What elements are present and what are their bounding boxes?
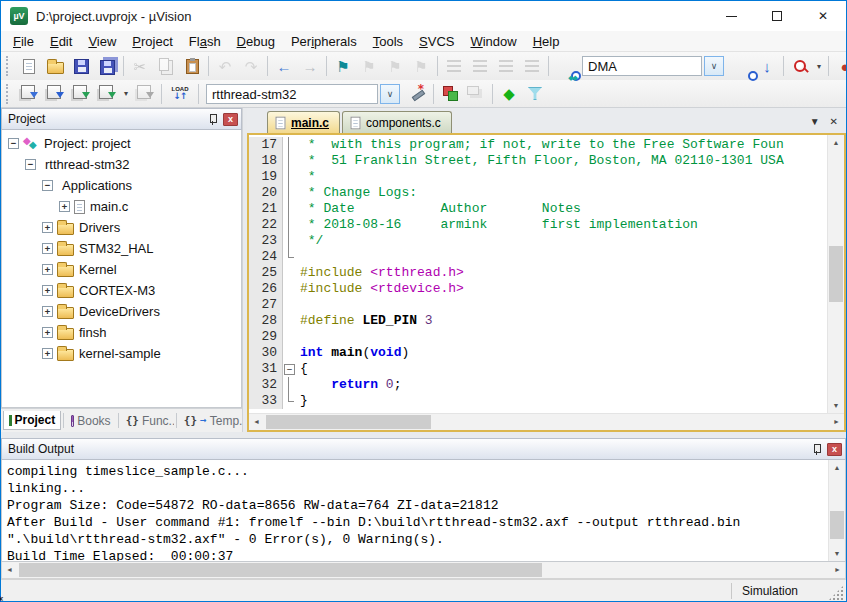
incremental-find-button[interactable]: ↓ — [754, 54, 780, 78]
tree-item-kernel-sample[interactable]: +kernel-sample — [2, 343, 241, 364]
undo-button[interactable]: ↶ — [212, 54, 238, 78]
code-line-33[interactable]: 33} — [249, 393, 827, 409]
scroll-left-arrow[interactable]: ◄ — [249, 414, 264, 430]
document-tab-components-c[interactable]: components.c — [342, 111, 452, 133]
insert-remove-bookmark-button[interactable]: ⚑ — [330, 54, 356, 78]
expand-icon[interactable]: + — [59, 201, 70, 212]
tree-item-project-project[interactable]: −Project: project — [2, 133, 241, 154]
unindent-selection-button[interactable] — [467, 54, 493, 78]
tree-item-stm32-hal[interactable]: +STM32_HAL — [2, 238, 241, 259]
insert-remove-breakpoint-button[interactable]: ● — [832, 54, 847, 78]
tree-item-cortex-m3[interactable]: +CORTEX-M3 — [2, 280, 241, 301]
build-scroll-right-arrow[interactable]: ► — [830, 562, 845, 578]
expand-icon[interactable]: + — [42, 243, 53, 254]
pin-panel-button[interactable] — [206, 113, 219, 126]
indent-selection-button[interactable] — [441, 54, 467, 78]
project-tree[interactable]: −Project: project−rtthread-stm32−Applica… — [1, 130, 242, 408]
close-document-button[interactable]: ✕ — [830, 116, 838, 127]
target-options-button[interactable] — [404, 82, 430, 106]
code-line-20[interactable]: 20 * Change Logs: — [249, 185, 827, 201]
code-line-32[interactable]: 32 return 0; — [249, 377, 827, 393]
build-horizontal-scrollbar[interactable]: ◄ ► — [1, 562, 846, 579]
tree-item-applications[interactable]: −Applications — [2, 175, 241, 196]
redo-button[interactable]: ↷ — [238, 54, 264, 78]
debug-session-dropdown[interactable]: ▾ — [813, 54, 825, 78]
fold-toggle-icon[interactable] — [283, 361, 296, 377]
build-scroll-down-arrow[interactable]: ▼ — [829, 546, 845, 561]
code-line-31[interactable]: 31{ — [249, 361, 827, 377]
editor-hscroll-thumb[interactable] — [266, 415, 431, 429]
target-combo[interactable]: rtthread-stm32∨ — [206, 84, 400, 104]
uncomment-selection-button[interactable] — [519, 54, 545, 78]
stop-build-button[interactable] — [132, 82, 158, 106]
code-area[interactable]: 17 * with this program; if not, write to… — [249, 135, 827, 413]
start-stop-debug-session-button[interactable] — [787, 54, 813, 78]
code-line-25[interactable]: 25#include <rtthread.h> — [249, 265, 827, 281]
minimize-button[interactable] — [708, 1, 754, 31]
open-file-button[interactable] — [42, 54, 68, 78]
build-scroll-left-arrow[interactable]: ◄ — [2, 562, 17, 578]
target-combo-value[interactable]: rtthread-stm32 — [206, 84, 378, 104]
resize-grip[interactable] — [828, 585, 844, 601]
editor-horizontal-scrollbar[interactable]: ◄ ► — [249, 413, 844, 430]
code-line-22[interactable]: 22 * 2018-08-16 armink first implementat… — [249, 217, 827, 233]
close-panel-button[interactable]: x — [223, 113, 238, 126]
tree-item-rtthread-stm32[interactable]: −rtthread-stm32 — [2, 154, 241, 175]
multi-project-workspace-button[interactable] — [463, 82, 489, 106]
build-vscroll-thumb[interactable] — [830, 511, 844, 539]
tree-item-main-c[interactable]: +main.c — [2, 196, 241, 217]
search-combo[interactable]: DMA∨ — [582, 56, 724, 76]
tree-item-devicedrivers[interactable]: +DeviceDrivers — [2, 301, 241, 322]
expand-icon[interactable]: + — [42, 327, 53, 338]
comment-selection-button[interactable] — [493, 54, 519, 78]
close-button[interactable]: ✕ — [800, 1, 846, 31]
code-line-26[interactable]: 26#include <rtdevice.h> — [249, 281, 827, 297]
menu-svcs[interactable]: SVCS — [411, 32, 462, 51]
expand-icon[interactable]: + — [42, 285, 53, 296]
search-in-files-button[interactable] — [728, 54, 754, 78]
build-scroll-up-arrow[interactable]: ▲ — [829, 460, 845, 475]
code-line-28[interactable]: 28#define LED_PIN 3 — [249, 313, 827, 329]
next-bookmark-button[interactable]: ⚑ — [382, 54, 408, 78]
save-all-button[interactable] — [94, 54, 120, 78]
code-line-21[interactable]: 21 * Date Author Notes — [249, 201, 827, 217]
navigate-back-button[interactable]: ← — [271, 54, 297, 78]
translate-file-button[interactable] — [16, 82, 42, 106]
panel-tab-temp[interactable]: {}→Temp... — [179, 412, 242, 430]
collapse-icon[interactable]: − — [8, 138, 19, 149]
panel-tab-books[interactable]: Books — [66, 412, 115, 430]
search-combo-dropdown-button[interactable]: ∨ — [704, 56, 724, 76]
close-build-panel-button[interactable]: x — [827, 443, 842, 456]
menu-debug[interactable]: Debug — [229, 32, 283, 51]
collapse-icon[interactable]: − — [42, 180, 53, 191]
manage-run-time-environment-button[interactable] — [496, 82, 522, 106]
scroll-down-arrow[interactable]: ▼ — [828, 398, 844, 413]
menu-tools[interactable]: Tools — [365, 32, 411, 51]
new-file-button[interactable] — [16, 54, 42, 78]
tree-item-drivers[interactable]: +Drivers — [2, 217, 241, 238]
code-line-17[interactable]: 17 * with this program; if not, write to… — [249, 137, 827, 153]
expand-icon[interactable]: + — [42, 222, 53, 233]
tree-item-kernel[interactable]: +Kernel — [2, 259, 241, 280]
tree-item-finsh[interactable]: +finsh — [2, 322, 241, 343]
pin-build-panel-button[interactable] — [810, 443, 823, 456]
build-vertical-scrollbar[interactable]: ▲ ▼ — [828, 460, 845, 561]
code-line-23[interactable]: 23 */ — [249, 233, 827, 249]
menu-window[interactable]: Window — [462, 32, 524, 51]
target-combo-dropdown-button[interactable]: ∨ — [380, 84, 400, 104]
clear-all-bookmarks-button[interactable]: ⚑ — [408, 54, 434, 78]
scroll-up-arrow[interactable]: ▲ — [828, 135, 844, 150]
select-software-packs-button[interactable] — [522, 82, 548, 106]
menu-view[interactable]: View — [80, 32, 124, 51]
batch-build-button[interactable] — [94, 82, 120, 106]
expand-icon[interactable]: + — [42, 264, 53, 275]
navigate-forward-button[interactable]: → — [297, 54, 323, 78]
expand-icon[interactable]: + — [42, 306, 53, 317]
menu-peripherals[interactable]: Peripherals — [283, 32, 365, 51]
search-combo-value[interactable]: DMA — [582, 56, 702, 76]
collapse-icon[interactable]: − — [25, 159, 36, 170]
editor-vertical-scrollbar[interactable]: ▲ ▼ — [827, 135, 844, 413]
cut-button[interactable]: ✂ — [127, 54, 153, 78]
batch-build-dropdown[interactable]: ▾ — [120, 82, 132, 106]
manage-project-items-button[interactable] — [437, 82, 463, 106]
